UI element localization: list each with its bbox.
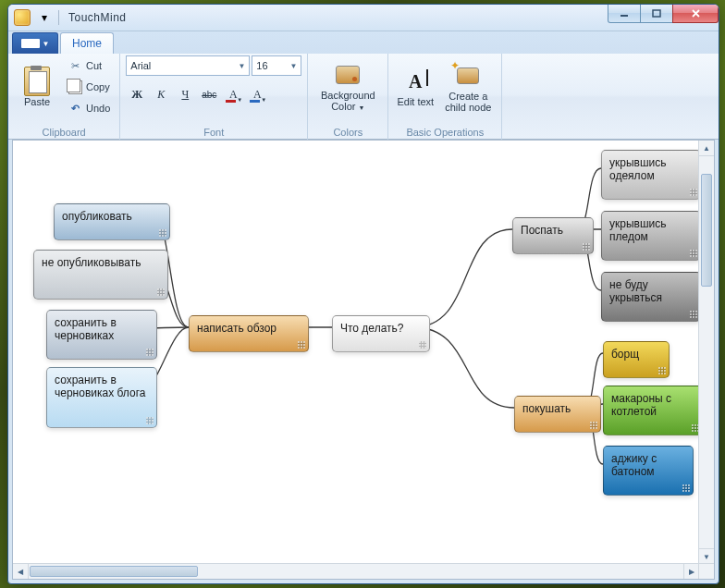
- font-family-value: Arial: [130, 60, 151, 71]
- mindmap-node-draft[interactable]: сохранить в черновиках: [46, 310, 157, 360]
- window-title: TouchMind: [68, 11, 127, 24]
- highlight-button[interactable]: A ▼: [246, 83, 268, 105]
- edit-text-label: Edit text: [397, 96, 434, 107]
- file-icon: [21, 39, 40, 48]
- undo-label: Undo: [86, 103, 110, 114]
- group-label-font: Font: [126, 125, 301, 141]
- edit-text-button[interactable]: A Edit text: [394, 55, 436, 120]
- titlebar[interactable]: ▾ TouchMind: [8, 5, 719, 31]
- mindmap-node-write[interactable]: написать обзор: [189, 315, 309, 352]
- font-color-swatch: [226, 100, 236, 103]
- mindmap-node-plaid[interactable]: укрывшись пледом: [601, 211, 701, 261]
- mindmap-node-nopub[interactable]: не опубликовывать: [33, 250, 168, 300]
- svg-rect-0: [621, 15, 628, 17]
- copy-label: Copy: [86, 81, 110, 92]
- background-color-button[interactable]: Background Color ▼: [313, 55, 382, 120]
- cut-icon: ✂: [68, 58, 82, 73]
- font-size-value: 16: [256, 60, 267, 71]
- strikethrough-button[interactable]: abc: [198, 83, 220, 105]
- scroll-thumb-horizontal[interactable]: [30, 566, 198, 577]
- mindmap-node-nocover[interactable]: не буду укрывться: [601, 272, 701, 322]
- app-icon: [14, 9, 31, 26]
- chevron-down-icon: ▼: [234, 62, 245, 70]
- chevron-down-icon: ▼: [43, 40, 50, 48]
- vertical-scrollbar[interactable]: ▲ ▼: [698, 141, 714, 564]
- font-size-combo[interactable]: 16 ▼: [252, 55, 301, 76]
- highlight-swatch: [250, 100, 260, 103]
- group-colors: Background Color ▼ Colors: [308, 54, 388, 141]
- paste-label: Paste: [24, 96, 50, 107]
- undo-icon: ↶: [68, 101, 82, 116]
- canvas-area: Что делать?написать обзоропубликоватьне …: [12, 140, 715, 580]
- mindmap-node-pub[interactable]: опубликовать: [54, 203, 170, 240]
- mindmap-node-adjika[interactable]: аджику с батоном: [603, 446, 694, 496]
- qat-dropdown[interactable]: ▾: [36, 9, 53, 26]
- font-color-button[interactable]: A ▼: [222, 83, 244, 105]
- background-color-icon: [336, 66, 360, 84]
- scroll-right-arrow[interactable]: ▶: [683, 564, 699, 579]
- underline-button[interactable]: Ч: [174, 83, 196, 105]
- mindmap-node-borsch[interactable]: борщ: [603, 341, 670, 378]
- mindmap-node-sleep[interactable]: Поспать: [512, 217, 594, 254]
- group-label-colors: Colors: [313, 125, 382, 141]
- close-button[interactable]: [672, 5, 719, 23]
- mindmap-node-pasta[interactable]: макароны с котлетой: [603, 386, 703, 435]
- scroll-down-arrow[interactable]: ▼: [699, 548, 714, 564]
- scroll-thumb-vertical[interactable]: [701, 174, 712, 287]
- mindmap-node-draft2[interactable]: сохранить в черновиках блога: [46, 367, 157, 428]
- child-node-label: Create a child node: [442, 91, 494, 113]
- minimize-button[interactable]: [608, 5, 641, 23]
- window-controls: [608, 5, 719, 23]
- group-label-ops: Basic Operations: [394, 125, 496, 141]
- copy-button[interactable]: Copy: [64, 77, 114, 97]
- undo-button[interactable]: ↶ Undo: [64, 98, 114, 118]
- horizontal-scrollbar[interactable]: ◀ ▶: [13, 563, 699, 579]
- paste-button[interactable]: Paste: [14, 55, 60, 120]
- group-label-clipboard: Clipboard: [14, 125, 114, 141]
- mindmap-node-blanket[interactable]: укрывшись одеялом: [601, 150, 701, 200]
- create-child-node-button[interactable]: Create a child node: [440, 55, 496, 120]
- italic-button[interactable]: К: [150, 83, 172, 105]
- app-window: ▾ TouchMind ▼ Home Paste: [7, 4, 719, 584]
- group-clipboard: Paste ✂ Cut Copy ↶ Undo: [8, 54, 120, 141]
- bold-button[interactable]: Ж: [126, 83, 148, 105]
- svg-rect-1: [653, 10, 660, 17]
- copy-icon: [68, 80, 82, 94]
- paste-icon: [24, 67, 50, 96]
- chevron-down-icon: ▼: [237, 97, 242, 103]
- maximize-button[interactable]: [640, 5, 673, 23]
- chevron-down-icon: ▼: [286, 62, 297, 70]
- chevron-down-icon: ▼: [261, 97, 266, 103]
- bg-color-label: Background Color: [321, 90, 375, 112]
- separator: [58, 10, 59, 25]
- ribbon: Paste ✂ Cut Copy ↶ Undo: [8, 54, 719, 140]
- mindmap-node-eat[interactable]: покушать: [514, 396, 601, 433]
- file-menu-button[interactable]: ▼: [12, 32, 58, 54]
- scroll-up-arrow[interactable]: ▲: [699, 141, 714, 156]
- scroll-left-arrow[interactable]: ◀: [13, 564, 29, 579]
- group-basic-operations: A Edit text Create a child node Basic Op…: [388, 54, 502, 141]
- mindmap-canvas[interactable]: Что делать?написать обзоропубликоватьне …: [13, 141, 699, 564]
- group-font: Arial ▼ 16 ▼ Ж К Ч abc A: [120, 54, 308, 141]
- scrollbar-corner: [698, 563, 714, 579]
- ribbon-tabstrip: ▼ Home: [8, 31, 719, 54]
- quick-access-toolbar: ▾: [36, 9, 63, 26]
- cut-label: Cut: [86, 60, 102, 71]
- tab-home[interactable]: Home: [60, 32, 114, 54]
- edit-text-icon: A: [409, 71, 422, 92]
- font-family-combo[interactable]: Arial ▼: [126, 55, 250, 76]
- cut-button[interactable]: ✂ Cut: [64, 55, 114, 76]
- mindmap-node-center[interactable]: Что делать?: [332, 315, 430, 352]
- chevron-down-icon: ▼: [359, 104, 365, 111]
- child-node-icon: [457, 67, 479, 84]
